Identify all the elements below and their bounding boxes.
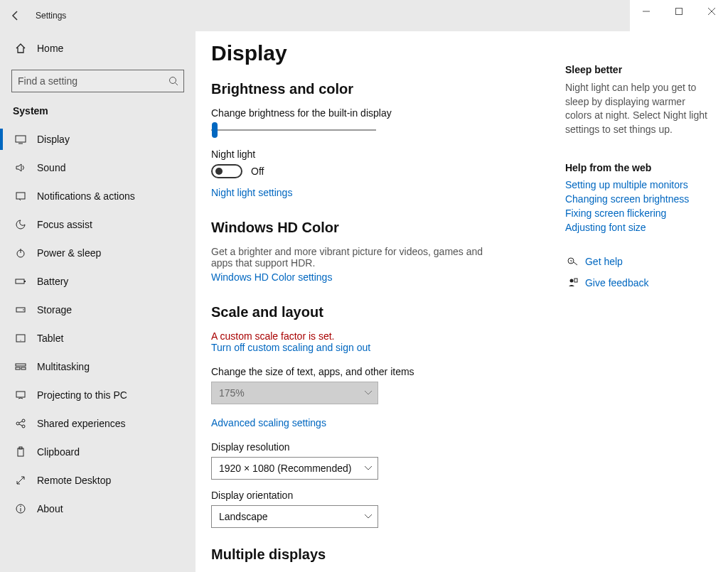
sidebar-item-clipboard[interactable]: Clipboard <box>0 438 196 466</box>
close-button[interactable] <box>695 0 728 23</box>
give-feedback-link[interactable]: Give feedback <box>585 277 649 288</box>
aside: Sleep better Night light can help you ge… <box>565 37 711 551</box>
sidebar-item-battery[interactable]: Battery <box>0 267 196 296</box>
svg-rect-17 <box>16 364 26 366</box>
sidebar: Home System DisplaySoundNotifications & … <box>0 0 196 572</box>
feedback-icon <box>565 277 581 288</box>
help-link-1[interactable]: Changing screen brightness <box>565 193 711 205</box>
sound-icon <box>13 162 28 173</box>
custom-scale-warning: A custom scale factor is set. <box>211 330 565 342</box>
svg-rect-35 <box>574 279 577 282</box>
titlebar: Settings <box>0 0 728 31</box>
night-light-settings-link[interactable]: Night light settings <box>211 187 292 198</box>
chevron-down-icon <box>365 514 372 519</box>
maximize-icon <box>675 8 682 15</box>
svg-point-31 <box>20 506 21 507</box>
sidebar-item-power-sleep[interactable]: Power & sleep <box>0 239 196 267</box>
svg-rect-19 <box>21 367 26 369</box>
brightness-slider[interactable] <box>211 123 376 137</box>
sidebar-item-shared-experiences[interactable]: Shared experiences <box>0 409 196 438</box>
display-icon <box>13 134 28 145</box>
home-label: Home <box>37 43 63 54</box>
window-title: Settings <box>36 11 66 21</box>
turn-off-scaling-link[interactable]: Turn off custom scaling and sign out <box>211 342 370 353</box>
projecting-icon <box>13 389 28 401</box>
sidebar-item-projecting[interactable]: Projecting to this PC <box>0 381 196 409</box>
main-content: Display Brightness and color Change brig… <box>196 0 728 572</box>
hd-color-settings-link[interactable]: Windows HD Color settings <box>211 271 332 283</box>
sidebar-item-remote-desktop[interactable]: Remote Desktop <box>0 466 196 495</box>
advanced-scaling-link[interactable]: Advanced scaling settings <box>211 417 326 428</box>
orientation-label: Display orientation <box>211 490 565 501</box>
section-brightness: Brightness and color <box>211 81 565 97</box>
svg-point-14 <box>23 309 24 311</box>
svg-line-25 <box>19 424 22 426</box>
sidebar-item-multitasking[interactable]: Multitasking <box>0 352 196 381</box>
aside-sleep-text: Night light can help you get to sleep by… <box>565 81 711 136</box>
sidebar-item-label: Sound <box>37 162 65 173</box>
section-scale: Scale and layout <box>211 304 565 320</box>
get-help-link[interactable]: Get help <box>585 256 623 267</box>
chevron-down-icon <box>365 391 372 395</box>
help-link-0[interactable]: Setting up multiple monitors <box>565 179 711 190</box>
svg-rect-11 <box>16 279 24 284</box>
shared-experiences-icon <box>13 418 28 429</box>
back-button[interactable] <box>0 10 31 21</box>
text-size-select: 175% <box>211 382 378 404</box>
svg-point-16 <box>20 340 21 340</box>
sidebar-item-focus-assist[interactable]: Focus assist <box>0 210 196 239</box>
svg-point-34 <box>569 279 573 283</box>
minimize-button[interactable] <box>630 0 663 23</box>
about-icon <box>13 503 28 514</box>
slider-track <box>211 129 376 131</box>
sidebar-item-sound[interactable]: Sound <box>0 153 196 182</box>
svg-rect-26 <box>18 448 23 456</box>
resolution-select[interactable]: 1920 × 1080 (Recommended) <box>211 457 378 480</box>
brightness-label: Change brightness for the built-in displ… <box>211 107 565 119</box>
chevron-down-icon <box>365 466 372 470</box>
aside-sleep-heading: Sleep better <box>565 64 711 75</box>
svg-rect-20 <box>16 392 25 397</box>
sidebar-item-label: Multitasking <box>37 361 90 372</box>
help-link-3[interactable]: Adjusting font size <box>565 222 711 233</box>
sidebar-item-label: Notifications & actions <box>37 190 135 202</box>
orientation-value: Landscape <box>219 511 268 522</box>
home-icon <box>13 43 28 54</box>
remote-desktop-icon <box>13 475 28 486</box>
sidebar-item-storage[interactable]: Storage <box>0 296 196 324</box>
svg-text:?: ? <box>569 259 572 264</box>
sidebar-item-tablet[interactable]: Tablet <box>0 324 196 352</box>
orientation-select[interactable]: Landscape <box>211 505 378 528</box>
svg-rect-6 <box>16 136 26 142</box>
resolution-value: 1920 × 1080 (Recommended) <box>219 463 351 474</box>
search-input[interactable] <box>11 70 184 92</box>
tablet-icon <box>13 333 28 344</box>
sidebar-category: System <box>0 101 196 125</box>
sidebar-item-label: Shared experiences <box>37 418 126 429</box>
multitasking-icon <box>13 361 28 372</box>
battery-icon <box>13 276 28 287</box>
notifications-icon <box>13 190 28 202</box>
svg-rect-12 <box>24 281 26 282</box>
maximize-button[interactable] <box>663 0 695 23</box>
home-nav[interactable]: Home <box>0 34 196 63</box>
sidebar-item-label: Storage <box>37 304 72 315</box>
svg-rect-18 <box>16 367 20 369</box>
svg-line-24 <box>19 421 22 423</box>
svg-line-28 <box>17 477 24 484</box>
power-sleep-icon <box>13 247 28 259</box>
sidebar-item-label: Power & sleep <box>37 247 101 259</box>
svg-point-22 <box>22 419 25 422</box>
night-light-toggle[interactable] <box>211 164 242 178</box>
sidebar-item-about[interactable]: About <box>0 495 196 523</box>
sidebar-item-label: Clipboard <box>37 446 80 458</box>
sidebar-item-display[interactable]: Display <box>0 125 196 153</box>
help-link-2[interactable]: Fixing screen flickering <box>565 207 711 219</box>
slider-thumb[interactable] <box>212 122 218 138</box>
text-size-label: Change the size of text, apps, and other… <box>211 366 565 377</box>
clipboard-icon <box>13 446 28 458</box>
section-hd-color: Windows HD Color <box>211 220 565 236</box>
svg-point-23 <box>22 425 25 428</box>
sidebar-item-label: Battery <box>37 276 68 287</box>
sidebar-item-notifications[interactable]: Notifications & actions <box>0 182 196 210</box>
